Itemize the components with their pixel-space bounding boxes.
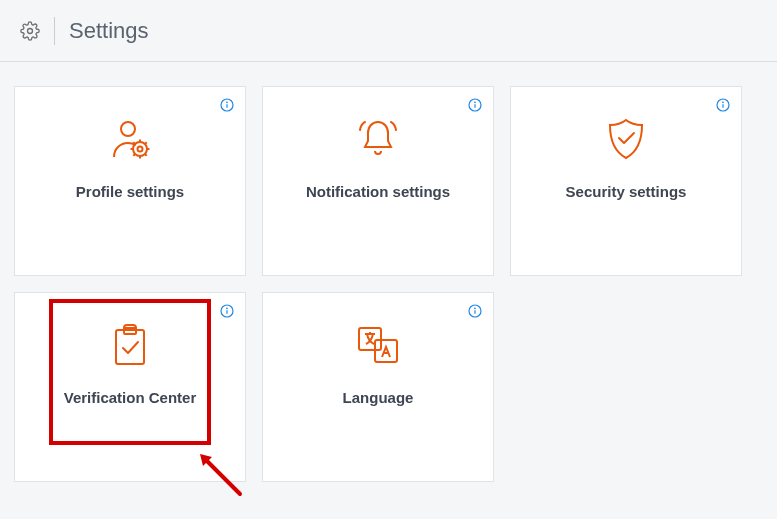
card-label: Profile settings [76,183,184,200]
svg-line-11 [133,142,135,144]
info-icon[interactable] [467,97,483,113]
svg-line-12 [145,154,147,156]
svg-point-6 [138,147,143,152]
svg-point-28 [475,308,476,309]
card-label: Verification Center [64,389,197,406]
svg-point-17 [475,102,476,103]
language-icon [355,319,401,371]
card-notification-settings[interactable]: Notification settings [262,86,494,276]
svg-rect-24 [116,330,144,364]
info-icon[interactable] [715,97,731,113]
shield-icon [603,113,649,165]
bell-icon [354,113,402,165]
svg-point-20 [723,102,724,103]
clipboard-check-icon [109,319,151,371]
card-label: Security settings [566,183,687,200]
svg-point-5 [133,142,147,156]
svg-point-0 [28,28,33,33]
svg-line-14 [145,142,147,144]
card-verification-center[interactable]: Verification Center [14,292,246,482]
info-icon[interactable] [219,303,235,319]
settings-grid: Profile settings Notification settings [0,62,777,506]
card-profile-settings[interactable]: Profile settings [14,86,246,276]
info-icon[interactable] [219,97,235,113]
svg-point-23 [227,308,228,309]
gear-icon [20,21,40,41]
info-icon[interactable] [467,303,483,319]
svg-point-4 [121,122,135,136]
profile-icon [106,113,154,165]
card-label: Notification settings [306,183,450,200]
svg-point-3 [227,102,228,103]
page-header: Settings [0,0,777,62]
card-label: Language [343,389,414,406]
card-security-settings[interactable]: Security settings [510,86,742,276]
page-title: Settings [69,18,149,44]
card-language[interactable]: Language [262,292,494,482]
svg-line-13 [133,154,135,156]
header-divider [54,17,55,45]
